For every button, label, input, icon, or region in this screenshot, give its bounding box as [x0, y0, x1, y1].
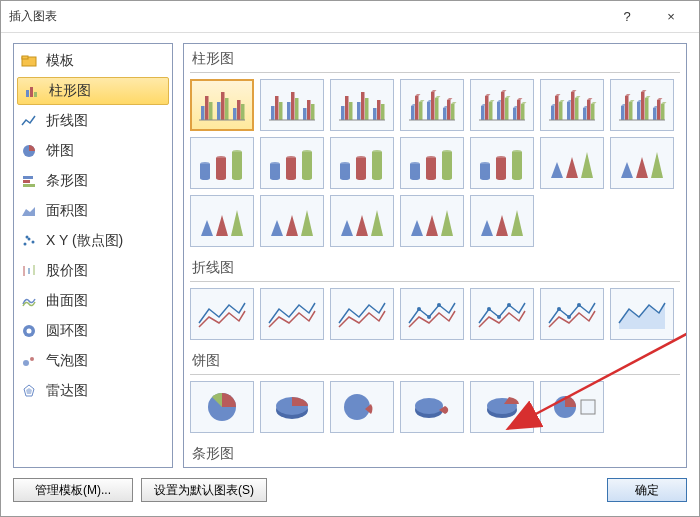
chart-thumb-line-1[interactable] — [260, 288, 324, 340]
svg-rect-53 — [415, 96, 419, 120]
sidebar-item-stock[interactable]: 股价图 — [14, 256, 172, 286]
svg-marker-21 — [26, 388, 32, 394]
svg-rect-27 — [225, 98, 229, 120]
sidebar-item-line[interactable]: 折线图 — [14, 106, 172, 136]
chart-thumb-line-0[interactable] — [190, 288, 254, 340]
set-default-chart-button[interactable]: 设置为默认图表(S) — [141, 478, 267, 502]
sidebar-item-doughnut[interactable]: 圆环图 — [14, 316, 172, 346]
svg-rect-68 — [513, 108, 517, 120]
scatter-icon — [20, 232, 38, 250]
sidebar-item-label: 条形图 — [46, 172, 88, 190]
chart-thumb-column-10[interactable] — [400, 137, 464, 189]
svg-point-9 — [24, 243, 27, 246]
chart-thumb-column-7[interactable] — [190, 137, 254, 189]
svg-rect-28 — [233, 108, 237, 120]
sidebar-item-label: 曲面图 — [46, 292, 88, 310]
manage-templates-button[interactable]: 管理模板(M)... — [13, 478, 133, 502]
sidebar-item-column[interactable]: 柱形图 — [17, 77, 169, 105]
chart-thumb-column-9[interactable] — [330, 137, 394, 189]
svg-rect-93 — [200, 164, 210, 178]
svg-rect-7 — [23, 180, 30, 183]
svg-rect-108 — [302, 152, 312, 178]
svg-rect-1 — [22, 56, 28, 59]
chart-thumb-pie-5[interactable] — [540, 381, 604, 433]
sidebar-item-label: X Y (散点图) — [46, 232, 123, 250]
chart-thumb-line-6[interactable] — [610, 288, 674, 340]
sidebar-item-surface[interactable]: 曲面图 — [14, 286, 172, 316]
sidebar-item-bar[interactable]: 条形图 — [14, 166, 172, 196]
chart-thumb-column-14[interactable] — [190, 195, 254, 247]
svg-point-149 — [344, 394, 370, 420]
svg-point-151 — [415, 398, 443, 414]
chart-thumb-line-4[interactable] — [470, 288, 534, 340]
svg-rect-39 — [307, 100, 311, 120]
chart-thumb-column-17[interactable] — [400, 195, 464, 247]
svg-rect-78 — [583, 108, 587, 120]
svg-rect-70 — [521, 104, 525, 120]
close-button[interactable]: × — [651, 2, 691, 32]
chart-thumb-pie-1[interactable] — [260, 381, 324, 433]
svg-rect-23 — [205, 96, 209, 120]
sidebar-item-pie[interactable]: 饼图 — [14, 136, 172, 166]
svg-rect-69 — [517, 100, 521, 120]
chart-thumb-pie-3[interactable] — [400, 381, 464, 433]
chart-thumb-column-1[interactable] — [260, 79, 324, 131]
sidebar-item-scatter[interactable]: X Y (散点图) — [14, 226, 172, 256]
svg-rect-45 — [357, 102, 361, 120]
svg-rect-30 — [241, 104, 245, 120]
svg-rect-47 — [365, 98, 369, 120]
chart-thumb-line-2[interactable] — [330, 288, 394, 340]
svg-rect-35 — [287, 102, 291, 120]
area-icon — [20, 202, 38, 220]
svg-point-18 — [23, 360, 29, 366]
chart-thumb-column-15[interactable] — [260, 195, 324, 247]
chart-thumb-column-12[interactable] — [540, 137, 604, 189]
svg-rect-26 — [221, 92, 225, 120]
chart-thumb-line-5[interactable] — [540, 288, 604, 340]
chart-thumb-column-16[interactable] — [330, 195, 394, 247]
svg-rect-111 — [340, 164, 350, 178]
chart-thumb-column-3[interactable] — [400, 79, 464, 131]
svg-rect-36 — [291, 92, 295, 120]
svg-rect-37 — [295, 98, 299, 120]
sidebar-item-area[interactable]: 面积图 — [14, 196, 172, 226]
svg-rect-96 — [216, 158, 226, 178]
chart-grid-column — [190, 79, 680, 247]
svg-point-19 — [30, 357, 34, 361]
line-icon — [20, 112, 38, 130]
chart-thumb-column-11[interactable] — [470, 137, 534, 189]
section-header-bar: 条形图 — [190, 443, 680, 467]
sidebar-item-folder[interactable]: 模板 — [14, 46, 172, 76]
chart-thumb-column-0[interactable] — [190, 79, 254, 131]
sidebar-item-radar[interactable]: 雷达图 — [14, 376, 172, 406]
chart-thumb-pie-4[interactable] — [470, 381, 534, 433]
ok-button[interactable]: 确定 — [607, 478, 687, 502]
chart-thumb-column-2[interactable] — [330, 79, 394, 131]
chart-thumb-column-8[interactable] — [260, 137, 324, 189]
chart-thumb-column-6[interactable] — [610, 79, 674, 131]
chart-thumb-column-5[interactable] — [540, 79, 604, 131]
help-button[interactable]: ? — [607, 2, 647, 32]
chart-thumb-column-4[interactable] — [470, 79, 534, 131]
svg-rect-56 — [431, 92, 435, 120]
chart-thumb-column-18[interactable] — [470, 195, 534, 247]
svg-rect-8 — [23, 184, 35, 187]
svg-rect-155 — [581, 400, 595, 414]
svg-rect-114 — [356, 158, 366, 178]
dialog-body: 模板柱形图折线图饼图条形图面积图X Y (散点图)股价图曲面图圆环图气泡图雷达图… — [1, 33, 699, 470]
radar-icon — [20, 382, 38, 400]
sidebar-item-bubble[interactable]: 气泡图 — [14, 346, 172, 376]
pie-icon — [20, 142, 38, 160]
chart-thumb-pie-0[interactable] — [190, 381, 254, 433]
sidebar-item-label: 模板 — [46, 52, 74, 70]
chart-thumb-column-13[interactable] — [610, 137, 674, 189]
svg-rect-67 — [505, 98, 509, 120]
svg-rect-38 — [303, 108, 307, 120]
svg-rect-102 — [270, 164, 280, 178]
chart-gallery-scroll[interactable]: 柱形图折线图饼图条形图 — [184, 44, 686, 467]
chart-thumb-line-3[interactable] — [400, 288, 464, 340]
svg-point-17 — [27, 329, 32, 334]
svg-rect-129 — [480, 164, 490, 178]
chart-thumb-pie-2[interactable] — [330, 381, 394, 433]
svg-point-112 — [340, 176, 350, 180]
